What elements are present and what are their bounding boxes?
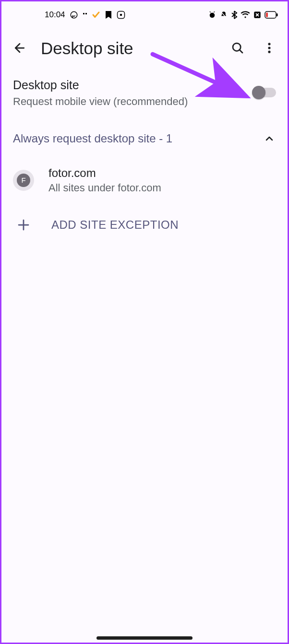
bookmark-icon (105, 11, 112, 19)
favicon-letter: F (17, 174, 30, 187)
status-time: 10:04 (45, 10, 65, 20)
search-icon (230, 41, 245, 57)
no-sim-icon (253, 11, 262, 19)
exceptions-section-header[interactable]: Always request desktop site - 1 (1, 120, 288, 157)
svg-rect-9 (266, 12, 268, 17)
back-button[interactable] (6, 35, 33, 62)
desktop-site-toggle[interactable] (253, 88, 276, 97)
svg-rect-1 (83, 13, 84, 14)
back-arrow-icon (12, 41, 27, 57)
status-bar: 10:04 (1, 1, 288, 28)
app-circle-icon (117, 11, 125, 19)
alarm-icon (208, 11, 217, 19)
svg-point-4 (120, 14, 122, 16)
status-left: 10:04 (45, 10, 125, 20)
add-exception-label: ADD SITE EXCEPTION (51, 218, 179, 232)
whatsapp-icon (70, 11, 78, 19)
site-sub: All sites under fotor.com (48, 182, 161, 194)
site-name: fotor.com (48, 166, 161, 180)
svg-point-13 (268, 50, 270, 53)
more-vert-icon (263, 41, 276, 56)
toggle-thumb (252, 86, 265, 99)
svg-point-12 (268, 47, 270, 49)
status-right (208, 11, 278, 19)
svg-rect-2 (85, 13, 87, 14)
plus-icon (16, 217, 31, 233)
setting-subtitle: Request mobile view (recommended) (13, 95, 253, 108)
section-title: Always request desktop site - 1 (13, 132, 263, 145)
chevron-up-icon (263, 132, 276, 145)
svg-point-11 (268, 43, 270, 45)
site-favicon: F (13, 170, 34, 191)
wifi-icon (241, 11, 250, 19)
mute-icon (219, 11, 228, 19)
site-text: fotor.com All sites under fotor.com (48, 166, 161, 194)
svg-rect-8 (277, 13, 278, 16)
page-title: Desktop site (38, 39, 219, 58)
add-site-exception[interactable]: ADD SITE EXCEPTION (1, 204, 288, 246)
bluetooth-icon (231, 11, 238, 19)
check-icon (92, 11, 100, 19)
svg-point-5 (210, 13, 215, 18)
battery-low-icon (265, 11, 278, 19)
svg-point-0 (71, 12, 77, 18)
search-button[interactable] (224, 35, 251, 62)
app-header: Desktop site (1, 28, 288, 69)
site-exception-item[interactable]: F fotor.com All sites under fotor.com (1, 157, 288, 204)
desktop-site-setting[interactable]: Desktop site Request mobile view (recomm… (1, 69, 288, 120)
nav-bar-handle[interactable] (96, 636, 193, 640)
more-button[interactable] (256, 35, 283, 62)
status-dot-icon (83, 12, 87, 17)
setting-title: Desktop site (13, 77, 253, 94)
setting-text: Desktop site Request mobile view (recomm… (13, 77, 253, 108)
